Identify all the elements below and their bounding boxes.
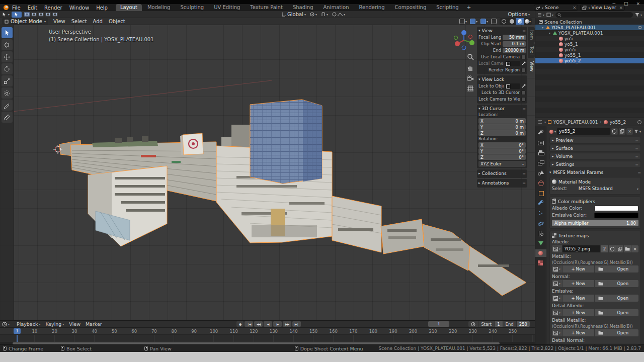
menu-file[interactable]: File	[12, 5, 21, 11]
breadcrumb-material[interactable]: yo55_2	[610, 120, 626, 125]
workspace-tab-animation[interactable]: Animation	[319, 4, 354, 11]
texture-new-button[interactable]: +New	[562, 280, 594, 287]
transform-orientation-dropdown[interactable]: Global▾	[282, 12, 306, 17]
folder-icon[interactable]	[595, 329, 607, 336]
timeline-channel-area[interactable]	[0, 335, 535, 342]
image-datablock-icon[interactable]: ▾	[552, 280, 562, 287]
folder-icon[interactable]	[595, 280, 607, 287]
outliner-row-material-yo55-1[interactable]: yo55_1	[535, 52, 644, 58]
image-users-count[interactable]: 2	[601, 245, 608, 252]
texture-new-button[interactable]: +New	[562, 309, 594, 316]
move-tool[interactable]	[2, 51, 13, 62]
properties-tab-particles[interactable]	[535, 209, 546, 217]
select-box-tool[interactable]	[2, 27, 13, 38]
cursor-rotation-z[interactable]: Z0°	[478, 154, 526, 160]
image-datablock-icon[interactable]: ▾	[552, 309, 562, 316]
properties-tab-output[interactable]	[535, 149, 546, 156]
menu-add[interactable]: Add	[93, 19, 103, 24]
properties-tab-tool[interactable]	[535, 129, 546, 136]
properties-tab-object[interactable]	[535, 189, 546, 197]
menu-view[interactable]: View	[53, 19, 65, 24]
n-tab-view[interactable]: View	[528, 58, 535, 74]
outliner-search-input[interactable]	[555, 12, 633, 18]
texture-open-button[interactable]: Open	[607, 329, 639, 336]
breadcrumb-object[interactable]: YOSX_PLATEAU.001	[553, 120, 598, 125]
add-workspace-button[interactable]: +	[464, 4, 473, 11]
properties-tab-render[interactable]	[535, 139, 546, 146]
annotate-tool[interactable]	[2, 100, 13, 111]
jump-to-start-button[interactable]: ❘◀	[245, 321, 253, 327]
view-lock-header[interactable]: ▾View Lock	[478, 76, 526, 82]
cursor-3d-header[interactable]: ▾3D Cursor≡	[478, 106, 526, 112]
folder-icon[interactable]	[595, 265, 607, 273]
texture-open-button[interactable]: Open	[607, 309, 639, 316]
material-mode-select[interactable]: Select: MSFS Standard ▾	[552, 185, 638, 192]
panel-msfs-material-params[interactable]: ▾MSFS Material Params≡	[549, 169, 641, 176]
jump-to-end-button[interactable]: ▶❘	[292, 321, 301, 327]
emissive-color-swatch[interactable]	[594, 213, 638, 218]
properties-tab-physics[interactable]	[535, 219, 546, 227]
start-frame-field[interactable]: 1	[495, 321, 502, 327]
visibility-eye-icon[interactable]	[638, 26, 642, 29]
image-datablock-icon[interactable]: ▾	[552, 265, 562, 273]
xray-toggle[interactable]: ▾	[480, 19, 488, 24]
lock-camera-to-view-checkbox[interactable]	[521, 97, 526, 102]
mode-dropdown[interactable]: Object Mode ▾	[2, 18, 48, 25]
outliner-row-material-yo55-2[interactable]: yo55_2	[535, 58, 644, 63]
render-region-checkbox[interactable]	[521, 68, 526, 72]
properties-tab-scene[interactable]	[535, 169, 546, 176]
workspace-tab-rendering[interactable]: Rendering	[354, 4, 389, 11]
texture-open-button[interactable]: Open	[607, 265, 639, 273]
panel-settings[interactable]: ▸Settings≡	[549, 161, 641, 168]
filter-dropdown[interactable]: ▾	[635, 13, 642, 17]
unlink-scene-icon[interactable]: ×	[573, 5, 577, 10]
zoom-icon[interactable]	[467, 53, 474, 61]
outliner-row-object[interactable]: ▾ YOSX_PLATEAU.001	[535, 25, 644, 30]
menu-render[interactable]: Render	[44, 5, 62, 11]
maximize-button[interactable]: □	[624, 1, 628, 7]
texture-open-button[interactable]: Open	[607, 280, 639, 287]
workspace-tab-layout[interactable]: Layout	[116, 4, 142, 11]
compositor-toggle[interactable]	[491, 19, 497, 24]
snap-toggle[interactable]: ▾	[321, 12, 328, 17]
gizmos-dropdown[interactable]: ▾	[459, 19, 467, 24]
outliner-row-material-yo55[interactable]: yo55	[535, 47, 644, 52]
select-mode-invert[interactable]	[45, 12, 51, 17]
shading-solid-button[interactable]	[508, 18, 516, 25]
shading-wireframe-button[interactable]	[500, 18, 508, 25]
active-tool-selector[interactable]: ▾	[2, 12, 10, 17]
properties-tab-material[interactable]	[535, 249, 546, 257]
unlink-image-icon[interactable]: ×	[631, 245, 638, 252]
image-datablock-icon[interactable]: ▾	[552, 245, 562, 252]
next-keyframe-button[interactable]: ▶▶	[283, 321, 291, 327]
panel-volume[interactable]: ▸Volume≡	[549, 153, 641, 160]
select-mode-subtract[interactable]	[38, 12, 44, 17]
select-mode-intersect[interactable]	[52, 12, 58, 17]
filter-id-type-dropdown[interactable]: ▾	[546, 13, 553, 17]
cursor-location-z[interactable]: Z0 m	[478, 130, 526, 136]
properties-tab-data[interactable]	[535, 239, 546, 247]
texture-open-button[interactable]: Open	[607, 295, 639, 302]
lock-to-3d-cursor-checkbox[interactable]	[521, 90, 526, 95]
image-datablock-icon[interactable]: ▾	[552, 295, 562, 302]
albedo-color-swatch[interactable]	[594, 206, 638, 211]
n-tab-item[interactable]: Item	[528, 27, 535, 43]
image-datablock-icon[interactable]: ▾	[552, 329, 562, 336]
cursor-rotation-y[interactable]: Y0°	[478, 148, 526, 154]
select-mode-extend[interactable]	[31, 12, 37, 17]
cursor-rotation-x[interactable]: X0°	[478, 142, 526, 148]
options-dropdown[interactable]: Options▾	[508, 12, 530, 17]
play-reverse-button[interactable]: ◀	[264, 321, 272, 327]
panel-surface[interactable]: ▸Surface≡	[549, 145, 641, 152]
n-tab-tool[interactable]: Tool	[528, 43, 535, 58]
menu-view[interactable]: View	[69, 321, 80, 327]
overlays-toggle[interactable]: ▾	[470, 19, 477, 24]
texture-new-button[interactable]: +New	[562, 265, 594, 273]
texture-new-button[interactable]: +New	[562, 295, 594, 302]
prev-keyframe-button[interactable]: ◀◀	[254, 321, 263, 327]
pivot-point-dropdown[interactable]: ▾	[310, 12, 317, 17]
select-mode-set[interactable]	[24, 12, 30, 17]
workspace-tab-shading[interactable]: Shading	[288, 4, 318, 11]
play-button[interactable]: ▶	[273, 321, 282, 327]
new-image-copy-icon[interactable]	[616, 245, 623, 252]
